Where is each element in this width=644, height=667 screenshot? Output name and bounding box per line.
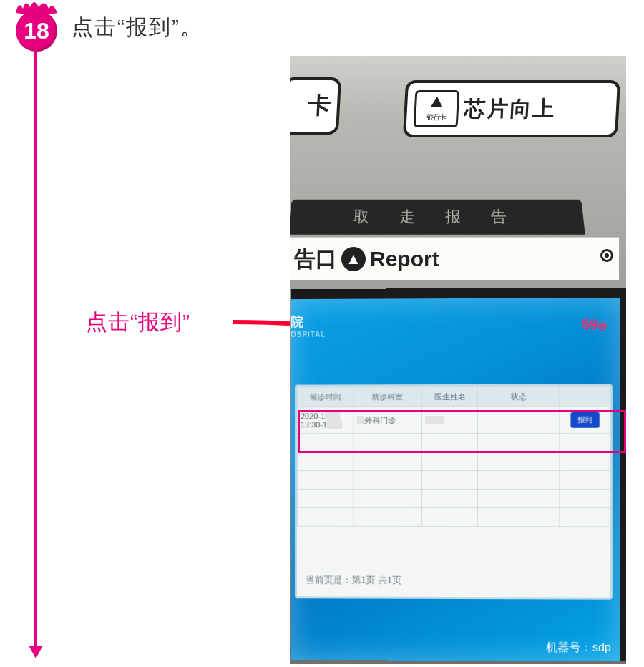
- step-title: 点击“报到”。: [72, 13, 203, 42]
- screw-icon: [600, 249, 613, 262]
- card-slot-left: 卡: [290, 77, 341, 135]
- col-status: 状态: [478, 386, 560, 406]
- kiosk-screen: 院 OSPITAL 59秒 候诊时间 就诊科室 医生姓名 状态: [291, 288, 626, 661]
- cell-action: 报到: [560, 406, 610, 433]
- table-row: [298, 507, 610, 527]
- cell-doctor: xxxxx: [421, 406, 478, 433]
- appointments-panel: 候诊时间 就诊科室 医生姓名 状态 2020-1xxxx 13:30-1xxxx…: [295, 384, 613, 599]
- machine-id: 机器号：sdp: [546, 641, 610, 656]
- table-header: 候诊时间 就诊科室 医生姓名 状态: [298, 386, 610, 407]
- checkin-button[interactable]: 报到: [570, 412, 599, 428]
- table-row: [298, 470, 610, 489]
- card-slot-right-label: 芯片向上: [464, 94, 557, 124]
- card-slot-left-label: 卡: [308, 90, 332, 122]
- hospital-name: 院 OSPITAL: [291, 313, 326, 339]
- bankcard-icon-text: 银行卡: [426, 112, 447, 122]
- report-label-right: Report: [370, 247, 439, 271]
- cell-dept: xx外科门诊: [353, 407, 422, 434]
- col-action: [560, 386, 610, 406]
- report-outlet-bar: 告口 ▲ Report: [290, 237, 619, 280]
- callout-label: 点击“报到”: [86, 308, 190, 337]
- appointments-table: 候诊时间 就诊科室 医生姓名 状态 2020-1xxxx 13:30-1xxxx…: [297, 386, 610, 527]
- timeline-arrow: [34, 50, 37, 651]
- table-row: 2020-1xxxx 13:30-1xxxx xx外科门诊 xxxxx 报到: [298, 406, 610, 434]
- table-row: [298, 433, 610, 452]
- col-dept: 就诊科室: [353, 387, 422, 407]
- cell-status: [478, 406, 560, 433]
- table-row: [298, 452, 610, 470]
- step-number: 18: [16, 10, 57, 52]
- receipt-slot: 取 走 报 告: [290, 200, 585, 235]
- table-row: [298, 489, 610, 507]
- col-doctor: 医生姓名: [421, 386, 478, 406]
- bankcard-icon: 银行卡: [414, 90, 460, 127]
- cell-time: 2020-1xxxx 13:30-1xxxx: [298, 407, 353, 434]
- countdown-timer: 59秒: [582, 316, 606, 333]
- pager-text: 当前页是：第1页 共1页: [306, 573, 401, 586]
- col-time: 候诊时间: [298, 387, 353, 407]
- report-label-left: 告口: [290, 245, 337, 274]
- up-arrow-icon: ▲: [341, 247, 366, 271]
- card-slot-right: 银行卡 芯片向上: [403, 80, 620, 137]
- kiosk-photo: 卡 银行卡 芯片向上 取 走 报 告 告口 ▲ Report 院 OSPITAL…: [290, 56, 626, 664]
- step-badge: 18: [13, 6, 59, 52]
